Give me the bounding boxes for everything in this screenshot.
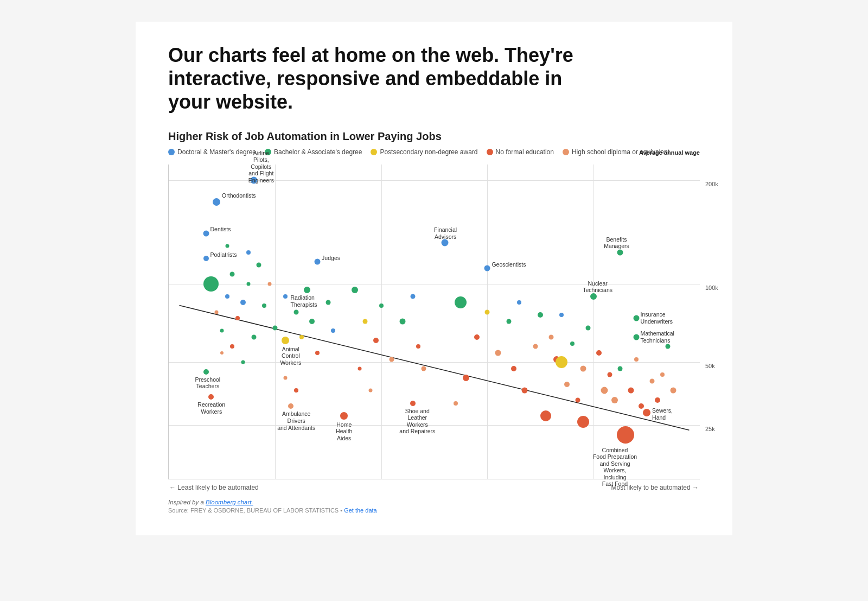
bubble-bg13[interactable] [225,244,229,248]
bubble-bg3[interactable] [230,272,235,277]
bubble-dentists[interactable] [203,230,209,236]
bubble-preschool-teachers[interactable] [203,369,209,375]
bubble-e10[interactable] [463,375,469,381]
bubble-f4[interactable] [559,313,564,317]
bubble-e11[interactable] [454,401,458,406]
bubble-d2[interactable] [363,319,368,324]
bubble-bg7[interactable] [240,300,246,305]
bubble-f14[interactable] [618,366,623,371]
bubble-d4[interactable] [379,303,384,308]
bubble-e9[interactable] [533,344,538,349]
bubble-nuclear-technicians[interactable] [590,293,597,300]
bubble-e4[interactable] [495,350,501,356]
bubble-bg11[interactable] [220,351,224,355]
bubble-c8[interactable] [284,376,288,380]
bubble-d10[interactable] [358,366,362,370]
bubble-geoscientists[interactable] [484,265,490,271]
bubble-bg10[interactable] [251,335,256,340]
bubble-d1[interactable] [352,287,358,293]
bubble-f10[interactable] [596,350,602,356]
bubble-bg14[interactable] [246,250,251,255]
bubble-judges[interactable] [315,259,321,265]
bubble-f19[interactable] [655,397,660,403]
bubble-combined-food[interactable] [617,426,634,444]
bubble-f16[interactable] [634,357,639,362]
bubble-d7[interactable] [411,294,416,299]
bubble-d8[interactable] [416,344,420,349]
bubble-f23[interactable] [540,410,551,421]
legend-label-postsec: Postsecondary non-degree award [380,148,477,156]
bubble-sewers-hand[interactable] [643,409,650,416]
bubble-d5[interactable] [390,357,394,362]
bubble-f20[interactable] [660,372,665,377]
bubble-f9[interactable] [586,325,591,330]
bubble-f1[interactable] [538,312,543,318]
bubble-c1[interactable] [283,294,288,299]
bubble-f8[interactable] [580,365,586,371]
bubble-ambulance-drivers[interactable] [288,403,293,409]
bubble-bg5[interactable] [235,316,240,320]
bubble-bg12[interactable] [241,360,245,364]
bubble-f12[interactable] [607,372,612,377]
bubble-d9[interactable] [421,366,426,371]
bubble-e5[interactable] [506,319,511,324]
bubble-orthodontists[interactable] [213,198,220,206]
bubble-bg6[interactable] [220,329,224,333]
bubble-d11[interactable] [369,389,373,393]
bubble-c7[interactable] [331,328,335,333]
bubble-f18[interactable] [649,379,654,384]
y-label-200k: 200k [705,181,718,187]
bubble-airline-pilots[interactable] [250,176,257,184]
bubble-bg1[interactable] [203,276,219,292]
bubble-e1[interactable] [455,296,467,308]
bubble-c4[interactable] [309,319,315,324]
bubble-shoe-leather[interactable] [410,401,416,406]
bubble-insurance-underwriters[interactable] [633,315,639,321]
bubble-animal-control[interactable] [282,337,289,344]
bubble-e2[interactable] [474,334,480,340]
bubble-podiatrists[interactable] [203,256,209,261]
bubble-c9[interactable] [294,388,298,393]
bubble-recreation-workers[interactable] [208,394,214,400]
bubble-f2[interactable] [548,335,553,340]
bubble-f24[interactable] [577,416,589,428]
bubble-e3[interactable] [485,309,490,314]
bubble-bg18[interactable] [272,325,277,330]
bubble-f6[interactable] [570,341,575,346]
bubble-mathematical-technicians[interactable] [633,334,639,340]
bubble-f15[interactable] [628,388,634,394]
bubble-home-health-aides[interactable] [340,412,348,420]
bubble-e6[interactable] [511,366,516,371]
bubble-e7[interactable] [517,300,521,305]
bubble-bg17[interactable] [268,282,272,286]
bubble-bg4[interactable] [215,310,219,314]
bubble-c6[interactable] [326,300,330,305]
get-data-link[interactable]: Get the data [344,507,377,514]
bubble-c2[interactable] [293,309,298,314]
bubble-radiation-therapists[interactable] [304,287,310,293]
bubble-e8[interactable] [521,388,527,394]
bubble-f22[interactable] [671,388,676,394]
bubble-f17[interactable] [639,403,644,409]
bubble-f5[interactable] [564,382,570,387]
bubble-f11[interactable] [601,387,608,394]
bubble-f13[interactable] [611,397,618,403]
bubble-bg16[interactable] [262,303,266,308]
gridline-x1 [275,165,276,479]
bubble-yellow-large[interactable] [556,356,567,368]
label-nuclear-technicians: NuclearTechnicians [583,280,612,294]
bubble-f7[interactable] [575,397,580,402]
bubble-bg15[interactable] [257,262,261,267]
bubble-f21[interactable] [666,344,671,349]
bubble-d3[interactable] [373,338,379,343]
bubble-bg9[interactable] [230,344,234,349]
bloomberg-link[interactable]: Bloomberg chart. [206,499,253,505]
bubble-benefits-managers[interactable] [617,249,623,255]
bubble-c3[interactable] [299,335,304,339]
bubble-financial-advisors[interactable] [442,239,449,246]
gridline-x2 [381,165,382,479]
bubble-c5[interactable] [315,351,320,355]
bubble-bg2[interactable] [225,294,229,299]
bubble-d6[interactable] [399,319,405,325]
bubble-bg8[interactable] [246,282,250,286]
